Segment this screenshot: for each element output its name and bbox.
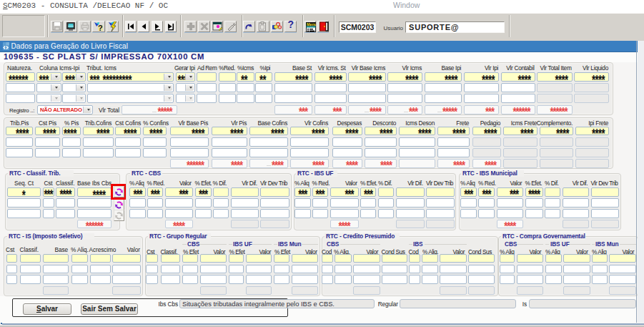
svg-text:Menu: Menu [307,22,316,26]
svg-text:?: ? [98,24,103,31]
